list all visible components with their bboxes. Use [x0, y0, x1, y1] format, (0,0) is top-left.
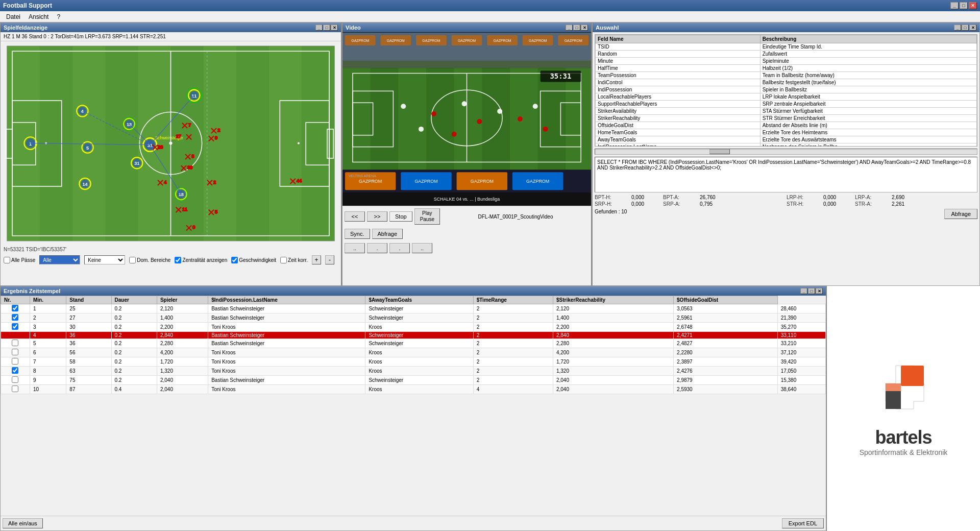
prev-btn[interactable]: . [367, 243, 387, 253]
zentralitaet-check[interactable]: Zentralität anzeigen [175, 257, 227, 263]
video-close[interactable]: ✕ [581, 25, 588, 31]
close-btn[interactable]: ✕ [969, 2, 977, 9]
field-controls: Alle Pässe Alle Keine Ebene 1 Keine Eben… [1, 253, 341, 267]
dom-bereiche-check[interactable]: Dom. Bereiche [129, 257, 170, 263]
menu-help[interactable]: ? [53, 12, 64, 21]
auswahl-close[interactable]: ✕ [969, 25, 976, 31]
auswahl-table-row[interactable]: IndiPossessionSpieler in Ballbesitz [596, 86, 977, 93]
zentralitaet-checkbox[interactable] [175, 257, 181, 263]
video-minimize[interactable]: _ [566, 25, 573, 31]
spielfeld-minimize[interactable]: _ [315, 25, 323, 31]
rewind-btn[interactable]: << [345, 211, 365, 222]
ergebnis-panel: Ergebnis Zeitstempel _ □ ✕ Nr.Min.StandD… [0, 286, 827, 531]
play-pause-btn[interactable]: Play Pause [414, 208, 440, 225]
auswahl-table-container[interactable]: Feld Name Beschreibung TSIDEindeutige Ti… [595, 34, 977, 147]
export-edl-btn[interactable]: Export EDL [782, 518, 824, 528]
ergebnis-table-row[interactable]: 7580.21,720Toni KroosKroos21,7202,389739… [1, 357, 826, 367]
alle-paesse-check[interactable]: Alle Pässe [4, 257, 35, 263]
alle-ein-aus-btn[interactable]: Alle ein/aus [3, 518, 43, 528]
maximize-btn[interactable]: □ [960, 2, 968, 9]
ergebnis-cell: 2 [473, 323, 553, 332]
menu-datei[interactable]: Datei [2, 12, 24, 21]
row-checkbox[interactable] [12, 305, 18, 311]
geschwindigkeit-checkbox[interactable] [231, 257, 238, 263]
stop-btn[interactable]: Stop [389, 211, 412, 222]
row-checkbox[interactable] [12, 323, 18, 330]
auswahl-table-row[interactable]: StrikerAvailabilitySTA Stürmer Verfügbar… [596, 108, 977, 115]
auswahl-table-row[interactable]: TSIDEindeutige Time Stamp Id. [596, 43, 977, 51]
auswahl-maximize[interactable]: □ [962, 25, 969, 31]
next-btn[interactable]: . [389, 243, 410, 253]
zeit-korr-checkbox[interactable] [280, 257, 287, 263]
ergebnis-cell: Schweinsteiger [365, 339, 473, 348]
menu-ansicht[interactable]: Ansicht [24, 12, 53, 21]
auswahl-scrollbar-thumb[interactable] [709, 149, 730, 154]
auswahl-table-row[interactable]: LocalReachablePlayersLRP lokale Anspielb… [596, 93, 977, 101]
auswahl-table-row[interactable]: IndiPossession.LastNameNachname des Spie… [596, 143, 977, 147]
svg-rect-5 [105, 46, 138, 241]
ergebnis-table-row[interactable]: 2270.21,400Bastian SchweinsteigerSchwein… [1, 313, 826, 323]
ergebnis-table-row[interactable]: 1250.22,120Bastian SchweinsteigerSchwein… [1, 304, 826, 313]
ergebnis-cell: 2 [473, 357, 553, 367]
auswahl-table-row[interactable]: TeamPossessionTeam in Ballbesitz (home/a… [596, 72, 977, 79]
alle-paesse-checkbox[interactable] [4, 257, 10, 263]
ergebnis-minimize[interactable]: _ [800, 288, 807, 294]
gefunden-row: Abfrage Gefunden : 10 [595, 209, 977, 214]
ergebnis-table-row[interactable]: 10870.42,040Toni KroosKroos42,0402,59303… [1, 385, 826, 394]
geschwindigkeit-check[interactable]: Geschwindigkeit [231, 257, 276, 263]
auswahl-table-row[interactable]: IndiControlBallbesitz festgestellt (true… [596, 79, 977, 86]
ergebnis-maximize[interactable]: □ [808, 288, 815, 294]
row-checkbox[interactable] [12, 358, 18, 365]
sync-btn[interactable]: Sync. [345, 229, 370, 239]
ergebnis-cell: 30 [66, 323, 111, 332]
auswahl-table-row[interactable]: AwayTeamGoalsErzielte Tore des Auswärtst… [596, 136, 977, 143]
auswahl-table-row[interactable]: SupportReachablePlayersSRP zentrale Ansp… [596, 101, 977, 108]
ergebnis-table-row[interactable]: 4360.22,840Bastian SchweinsteigerSchwein… [1, 332, 826, 339]
ergebnis-table-row[interactable]: 8630.21,320Toni KroosKroos21,3202,427617… [1, 367, 826, 376]
video-maximize[interactable]: □ [573, 25, 580, 31]
layer-dropdown-1[interactable]: Alle Keine Ebene 1 [39, 255, 80, 264]
layer-dropdown-2[interactable]: Keine Ebene 1 [84, 255, 125, 264]
row-checkbox[interactable] [12, 340, 18, 346]
ergebnis-cell: 0.2 [111, 323, 157, 332]
next-next-btn[interactable]: .. [412, 243, 432, 253]
ergebnis-table-container[interactable]: Nr.Min.StandDauerSpieler$IndiPossession.… [1, 296, 826, 509]
row-checkbox[interactable] [12, 314, 18, 321]
ergebnis-table-row[interactable]: 6560.24,200Toni KroosKroos24,2002,228037… [1, 348, 826, 357]
auswahl-table-row[interactable]: OffsideGoalDistAbstand der Abseits linie… [596, 122, 977, 129]
ergebnis-cell: Kroos [365, 367, 473, 376]
zeit-korr-check[interactable]: Zeit korr. [280, 257, 308, 263]
field-name-cell: AwayTeamGoals [596, 136, 761, 143]
ergebnis-table-row[interactable]: 5360.22,280Bastian SchweinsteigerSchwein… [1, 339, 826, 348]
row-checkbox[interactable] [12, 367, 18, 374]
auswahl-table-row[interactable]: HomeTeamGoalsErzielte Tore des Heimteams [596, 129, 977, 136]
spielfeld-close[interactable]: ✕ [331, 25, 338, 31]
minus-button[interactable]: - [325, 255, 334, 264]
ergebnis-cell: 0.2 [111, 348, 157, 357]
prev-prev-btn[interactable]: .. [345, 243, 365, 253]
plus-button[interactable]: + [312, 255, 321, 264]
svg-text:GAZPROM: GAZPROM [494, 39, 511, 42]
auswahl-table-row[interactable]: HalfTimeHalbzeit (1/2) [596, 65, 977, 72]
row-checkbox[interactable] [12, 385, 18, 392]
field-name-cell: IndiPossession.LastName [596, 143, 761, 147]
ergebnis-cell: Bastian Schweinsteiger [208, 304, 365, 313]
row-checkbox[interactable] [12, 349, 18, 355]
abfrage-btn[interactable]: Abfrage [372, 229, 403, 239]
ergebnis-close[interactable]: ✕ [816, 288, 823, 294]
ergebnis-table-row[interactable]: 9750.22,040Bastian SchweinsteigerSchwein… [1, 376, 826, 385]
auswahl-table-row[interactable]: MinuteSpielminute [596, 58, 977, 65]
row-checkbox[interactable] [12, 376, 18, 383]
ergebnis-table-row[interactable]: 3300.22,200Toni KroosKroos22,2002,674835… [1, 323, 826, 332]
auswahl-table-row[interactable]: RandomZufallswert [596, 51, 977, 58]
spielfeld-maximize[interactable]: □ [323, 25, 330, 31]
abfrage-button[interactable]: Abfrage [944, 209, 977, 219]
stat-value: 0,000 [823, 201, 854, 207]
dom-bereiche-checkbox[interactable] [129, 257, 136, 263]
auswahl-table-row[interactable]: StrikerReachabilitySTR Stürmer Erreichba… [596, 115, 977, 122]
auswahl-scrollbar-h[interactable] [595, 149, 977, 155]
forward-btn[interactable]: >> [367, 211, 387, 222]
minimize-btn[interactable]: _ [950, 2, 959, 9]
auswahl-minimize[interactable]: _ [954, 25, 961, 31]
svg-text:2: 2 [217, 128, 220, 133]
